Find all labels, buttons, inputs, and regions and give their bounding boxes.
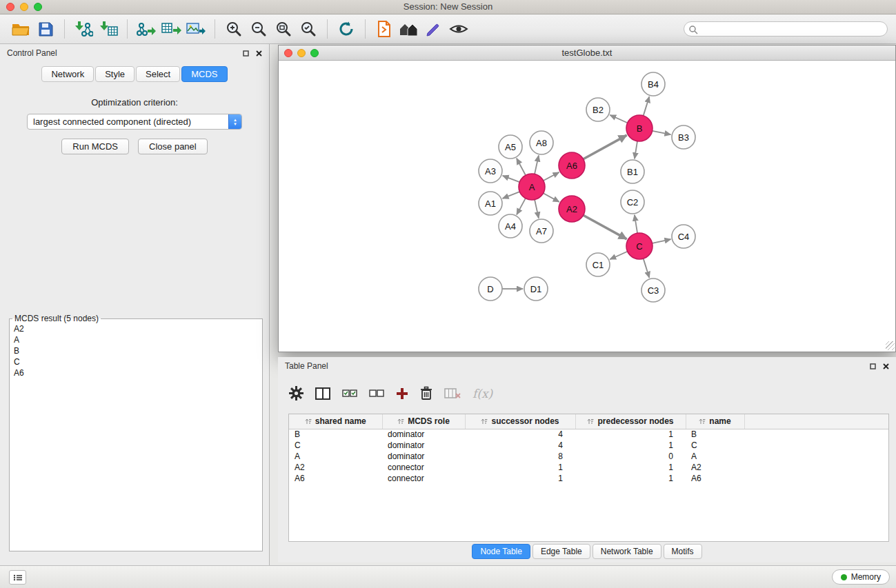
graph-node-A3[interactable]: A3 <box>479 159 502 183</box>
table-cell[interactable]: B <box>686 429 744 440</box>
graph-edge-A2-C[interactable] <box>584 215 627 239</box>
table-cell[interactable]: dominator <box>382 451 465 462</box>
table-cell[interactable]: B <box>289 429 382 440</box>
float-table-panel-icon[interactable] <box>870 363 876 369</box>
table-cell[interactable]: 0 <box>575 451 686 462</box>
table-cell[interactable]: 1 <box>575 429 686 440</box>
table-cell[interactable]: connector <box>382 473 465 484</box>
close-network-window-button[interactable] <box>284 49 292 57</box>
import-network-button[interactable] <box>71 17 96 41</box>
close-table-panel-icon[interactable] <box>883 363 889 369</box>
select-all-button[interactable] <box>342 388 357 399</box>
tab-node-table[interactable]: Node Table <box>472 544 530 559</box>
table-row[interactable]: A6connector11A6 <box>289 473 888 484</box>
graph-edge-A-A1[interactable] <box>503 192 520 199</box>
table-cell[interactable]: A2 <box>686 462 744 473</box>
network-overview-button[interactable] <box>397 17 421 41</box>
mcds-result-item[interactable]: A2 <box>10 323 262 334</box>
zoom-window-button[interactable] <box>34 3 42 11</box>
mcds-result-item[interactable]: A <box>10 334 262 345</box>
graph-node-A[interactable]: A <box>519 174 545 200</box>
graph-node-A4[interactable]: A4 <box>499 214 522 238</box>
graph-edge-A-A5[interactable] <box>517 159 526 175</box>
graph-node-B3[interactable]: B3 <box>672 125 695 149</box>
graph-node-C3[interactable]: C3 <box>641 278 665 302</box>
show-columns-button[interactable] <box>315 387 330 400</box>
network-graph[interactable]: B4B2BB3A8A5A6A3B1AC2A1A2A4A7C4CC1C3DD1 <box>279 61 895 351</box>
run-mcds-button[interactable]: Run MCDS <box>61 139 129 154</box>
graph-node-A8[interactable]: A8 <box>530 131 553 154</box>
minimize-window-button[interactable] <box>20 3 28 11</box>
table-cell[interactable]: 1 <box>575 462 686 473</box>
function-builder-button[interactable]: f(x) <box>472 387 492 401</box>
table-cell[interactable]: C <box>686 440 744 451</box>
table-row[interactable]: Cdominator41C <box>289 440 888 451</box>
graph-node-C4[interactable]: C4 <box>672 225 695 248</box>
column-header-successor-nodes[interactable]: successor nodes <box>465 414 575 429</box>
mcds-result-item[interactable]: B <box>10 345 262 356</box>
criterion-dropdown[interactable]: largest connected component (directed) ▲… <box>27 114 242 130</box>
column-header-mcds-role[interactable]: MCDS role <box>382 414 465 429</box>
minimize-network-window-button[interactable] <box>297 49 306 57</box>
graph-edge-B-B3[interactable] <box>653 131 671 134</box>
graph-edge-C-C1[interactable] <box>610 252 627 259</box>
export-network-button[interactable] <box>134 17 159 41</box>
tab-network-table[interactable]: Network Table <box>593 544 661 559</box>
tab-mcds[interactable]: MCDS <box>181 66 227 82</box>
close-panel-button[interactable]: Close panel <box>138 139 208 154</box>
graph-edge-C-C3[interactable] <box>644 258 650 278</box>
network-view[interactable]: B4B2BB3A8A5A6A3B1AC2A1A2A4A7C4CC1C3DD1 <box>279 61 895 351</box>
graph-node-B[interactable]: B <box>626 115 653 141</box>
table-cell[interactable]: C <box>289 440 382 451</box>
zoom-selected-button[interactable] <box>296 17 321 41</box>
graph-edge-A-A6[interactable] <box>544 172 559 181</box>
export-table-button[interactable] <box>159 17 183 41</box>
show-graphics-button[interactable] <box>446 17 471 41</box>
table-cell[interactable]: 1 <box>465 462 575 473</box>
table-row[interactable]: A2connector11A2 <box>289 462 888 473</box>
close-panel-icon[interactable] <box>256 50 262 57</box>
table-cell[interactable]: 1 <box>575 440 686 451</box>
save-session-button[interactable] <box>33 17 58 41</box>
tab-network[interactable]: Network <box>41 66 94 82</box>
zoom-network-window-button[interactable] <box>310 49 319 57</box>
close-window-button[interactable] <box>6 3 14 11</box>
deselect-all-button[interactable] <box>369 388 384 399</box>
graph-node-C1[interactable]: C1 <box>586 253 610 276</box>
graph-edge-A-A3[interactable] <box>503 176 520 182</box>
graph-node-A1[interactable]: A1 <box>479 192 502 215</box>
graph-node-D1[interactable]: D1 <box>524 277 548 301</box>
import-table-button[interactable] <box>96 17 121 41</box>
tab-motifs[interactable]: Motifs <box>664 544 702 559</box>
tab-style[interactable]: Style <box>95 66 135 82</box>
graph-edge-B-B2[interactable] <box>610 115 627 123</box>
mcds-result-item[interactable]: A6 <box>10 367 262 378</box>
column-header-predecessor-nodes[interactable]: predecessor nodes <box>575 414 686 429</box>
search-input[interactable] <box>684 21 888 37</box>
table-settings-button[interactable] <box>289 386 303 401</box>
graph-edge-B-B1[interactable] <box>635 141 637 159</box>
export-image-button[interactable] <box>183 17 208 41</box>
table-cell[interactable]: 1 <box>465 473 575 484</box>
graph-node-A7[interactable]: A7 <box>530 219 553 243</box>
apply-layout-button[interactable] <box>334 17 359 41</box>
graph-node-A5[interactable]: A5 <box>499 135 522 159</box>
style-brush-button[interactable] <box>421 17 446 41</box>
table-row[interactable]: Bdominator41B <box>289 429 888 440</box>
graph-node-B2[interactable]: B2 <box>586 98 610 121</box>
zoom-fit-button[interactable] <box>271 17 296 41</box>
table-cell[interactable]: A <box>289 451 382 462</box>
tab-edge-table[interactable]: Edge Table <box>532 544 590 559</box>
table-cell[interactable]: 8 <box>465 451 575 462</box>
table-row[interactable]: Adominator80A <box>289 451 888 462</box>
table-cell[interactable]: connector <box>382 462 465 473</box>
delete-table-button[interactable] <box>444 388 461 399</box>
graph-node-B4[interactable]: B4 <box>641 72 665 96</box>
add-button[interactable] <box>396 387 408 400</box>
table-cell[interactable]: A2 <box>289 462 382 473</box>
mcds-result-item[interactable]: C <box>10 356 262 367</box>
table-cell[interactable]: 4 <box>465 440 575 451</box>
graph-node-C2[interactable]: C2 <box>621 190 644 214</box>
open-network-file-button[interactable] <box>372 17 397 41</box>
table-cell[interactable]: dominator <box>382 429 465 440</box>
